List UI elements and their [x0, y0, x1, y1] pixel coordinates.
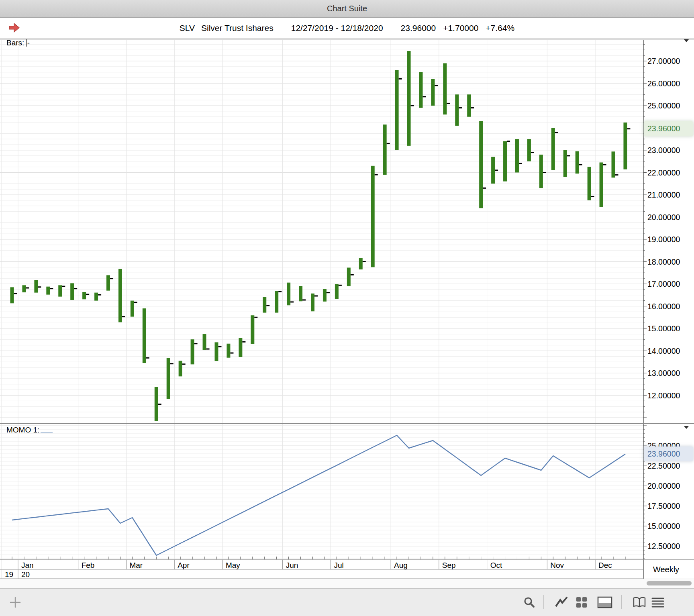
price-axis-label: 25.00000: [647, 101, 680, 110]
month-label: Jul: [334, 561, 343, 570]
price-axis-label: 26.00000: [647, 79, 680, 88]
last-price-highlight-main: 23.96000: [644, 121, 693, 136]
month-label: May: [226, 561, 240, 570]
price-change: +1.70000: [443, 23, 478, 33]
menu-button[interactable]: [650, 595, 665, 610]
month-label: Jun: [286, 561, 298, 570]
main-panel-dropdown-caret[interactable]: [684, 39, 689, 42]
bars-indicator-field[interactable]: Bars: -: [6, 38, 30, 48]
quote-header: SLV Silver Trust Ishares 12/27/2019 - 12…: [0, 18, 694, 39]
price-axis-label: 22.00000: [647, 168, 680, 177]
price-axis-label: 16.00000: [647, 302, 680, 311]
price-axis-label: 22.50000: [647, 461, 680, 471]
toolbar-divider: [621, 595, 622, 609]
year-label: 20: [21, 570, 30, 579]
window-title: Chart Suite: [327, 4, 367, 13]
book-button[interactable]: [632, 595, 647, 610]
last-price-highlight-momo-text: 23.96000: [647, 449, 680, 459]
panel-layout-icon: [597, 596, 612, 609]
bottom-toolbar: [0, 588, 694, 616]
momo-panel-dropdown-caret[interactable]: [684, 426, 689, 429]
search-icon: [523, 596, 536, 609]
price-axis-label: 13.00000: [647, 369, 680, 378]
bars-indicator-value: -: [27, 39, 30, 47]
month-label: Dec: [598, 561, 612, 570]
price-axis-label: 19.00000: [647, 235, 680, 244]
month-label: Aug: [394, 561, 408, 570]
line-chart-button[interactable]: [554, 595, 569, 610]
red-arrow-icon[interactable]: [8, 22, 20, 33]
last-price: 23.96000: [401, 23, 436, 33]
window-titlebar[interactable]: Chart Suite: [0, 0, 694, 18]
date-range: 12/27/2019 - 12/18/2020: [291, 23, 383, 33]
price-axis-label: 27.00000: [647, 57, 680, 66]
bars-indicator-label: Bars:: [6, 39, 24, 47]
plus-button[interactable]: [8, 595, 23, 610]
timeframe-selector[interactable]: Weekly: [644, 560, 694, 579]
horizontal-scrollbar-thumb[interactable]: [647, 581, 692, 585]
price-axis-label: 17.50000: [647, 502, 680, 511]
chart-suite-window: { "window": { "title": "Chart Suite" }, …: [0, 0, 694, 616]
menu-lines-icon: [651, 596, 665, 609]
price-axis-label: 15.00000: [647, 522, 680, 531]
month-label: Mar: [129, 561, 143, 570]
month-label: Nov: [550, 561, 564, 570]
header-divider: [0, 39, 694, 40]
panel-layout-button[interactable]: [597, 595, 612, 610]
plus-icon: [9, 596, 22, 609]
price-axis-label: 12.50000: [647, 542, 680, 551]
momo-indicator-field[interactable]: MOMO 1:: [6, 425, 53, 435]
symbol: SLV: [180, 23, 195, 33]
price-axis-label: 15.00000: [647, 324, 680, 333]
last-price-highlight-main-text: 23.96000: [647, 124, 680, 133]
toolbar-divider: [543, 595, 544, 609]
zigzag-chart-icon: [555, 596, 568, 609]
price-axis-label: 20.00000: [647, 481, 680, 491]
grid-layout-icon: [575, 596, 588, 609]
price-axis-label: 12.00000: [647, 391, 680, 400]
timeframe-label: Weekly: [653, 565, 679, 574]
price-axis-label: 18.00000: [647, 257, 680, 267]
month-label: Oct: [490, 561, 502, 570]
momo-indicator-label: MOMO 1:: [6, 426, 39, 434]
price-change-pct: +7.64%: [486, 23, 514, 33]
year-label: 19: [5, 570, 13, 579]
horizontal-scrollbar-track[interactable]: [0, 579, 694, 588]
price-axis-label: 17.00000: [647, 279, 680, 289]
month-label: Feb: [82, 561, 95, 570]
symbol-name: Silver Trust Ishares: [201, 23, 274, 33]
month-label: Jan: [21, 561, 34, 570]
month-label: Apr: [178, 561, 190, 570]
last-price-highlight-momo: 23.96000: [644, 447, 693, 461]
price-axis-label: 14.00000: [647, 347, 680, 356]
grid-layout-button[interactable]: [574, 595, 589, 610]
book-icon: [632, 596, 647, 609]
price-axis-label: 23.00000: [647, 146, 680, 155]
text-caret: [26, 39, 27, 47]
chart-canvas[interactable]: [0, 0, 694, 616]
price-axis-label: 20.00000: [647, 213, 680, 222]
price-axis-label: 21.00000: [647, 190, 680, 200]
month-label: Sep: [442, 561, 456, 570]
search-button[interactable]: [522, 595, 537, 610]
momo-parameter-underline: [41, 427, 53, 433]
